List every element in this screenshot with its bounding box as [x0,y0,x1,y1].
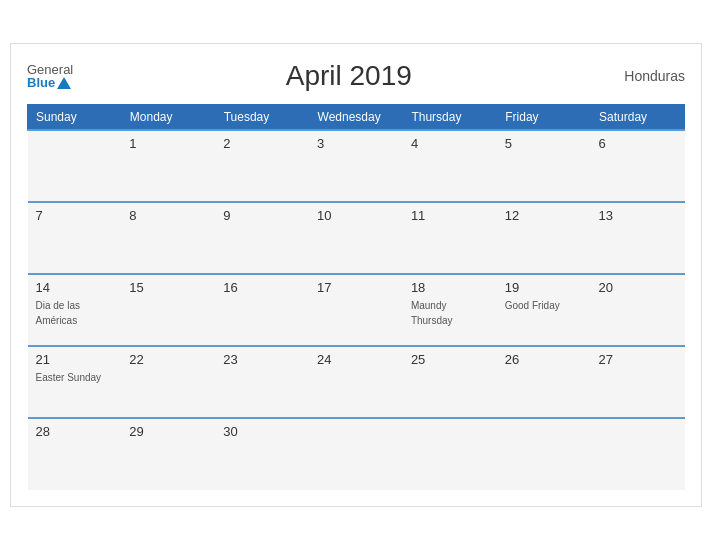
day-number-13: 13 [599,208,677,223]
calendar-cell-w2-d0: 14Dia de las Américas [28,274,122,346]
day-number-27: 27 [599,352,677,367]
day-number-6: 6 [599,136,677,151]
country-label: Honduras [624,68,685,84]
header-monday: Monday [121,105,215,131]
day-number-3: 3 [317,136,395,151]
day-number-1: 1 [129,136,207,151]
calendar-cell-w4-d1: 29 [121,418,215,490]
calendar-cell-w3-d0: 21Easter Sunday [28,346,122,418]
day-number-10: 10 [317,208,395,223]
holiday-text: Dia de las Américas [36,300,80,326]
day-number-5: 5 [505,136,583,151]
holiday-text: Maundy Thursday [411,300,453,326]
calendar-cell-w4-d3 [309,418,403,490]
day-number-15: 15 [129,280,207,295]
calendar-cell-w2-d1: 15 [121,274,215,346]
logo: General Blue [27,63,73,89]
logo-blue-text: Blue [27,76,73,89]
calendar-cell-w4-d2: 30 [215,418,309,490]
day-number-29: 29 [129,424,207,439]
day-number-22: 22 [129,352,207,367]
calendar-cell-w3-d1: 22 [121,346,215,418]
day-number-4: 4 [411,136,489,151]
day-number-12: 12 [505,208,583,223]
calendar-cell-w1-d4: 11 [403,202,497,274]
calendar-cell-w2-d3: 17 [309,274,403,346]
day-number-2: 2 [223,136,301,151]
calendar-cell-w0-d6: 6 [591,130,685,202]
calendar-cell-w1-d1: 8 [121,202,215,274]
weekday-header-row: Sunday Monday Tuesday Wednesday Thursday… [28,105,685,131]
calendar-cell-w4-d0: 28 [28,418,122,490]
day-number-30: 30 [223,424,301,439]
header-wednesday: Wednesday [309,105,403,131]
day-number-20: 20 [599,280,677,295]
calendar-cell-w1-d5: 12 [497,202,591,274]
calendar-cell-w0-d1: 1 [121,130,215,202]
calendar-cell-w2-d4: 18Maundy Thursday [403,274,497,346]
week-row-4: 282930 [28,418,685,490]
calendar-cell-w0-d5: 5 [497,130,591,202]
day-number-23: 23 [223,352,301,367]
calendar-cell-w2-d6: 20 [591,274,685,346]
calendar-cell-w1-d2: 9 [215,202,309,274]
calendar-cell-w0-d4: 4 [403,130,497,202]
day-number-28: 28 [36,424,114,439]
header-tuesday: Tuesday [215,105,309,131]
day-number-14: 14 [36,280,114,295]
holiday-text: Easter Sunday [36,372,102,383]
calendar-cell-w3-d5: 26 [497,346,591,418]
day-number-17: 17 [317,280,395,295]
header-friday: Friday [497,105,591,131]
holiday-text: Good Friday [505,300,560,311]
day-number-19: 19 [505,280,583,295]
calendar-cell-w3-d2: 23 [215,346,309,418]
calendar-cell-w0-d0 [28,130,122,202]
day-number-21: 21 [36,352,114,367]
day-number-18: 18 [411,280,489,295]
calendar-cell-w0-d2: 2 [215,130,309,202]
calendar-cell-w3-d3: 24 [309,346,403,418]
day-number-24: 24 [317,352,395,367]
calendar-header: General Blue April 2019 Honduras [27,60,685,92]
day-number-11: 11 [411,208,489,223]
calendar-cell-w3-d6: 27 [591,346,685,418]
header-saturday: Saturday [591,105,685,131]
day-number-7: 7 [36,208,114,223]
calendar-cell-w4-d6 [591,418,685,490]
day-number-25: 25 [411,352,489,367]
calendar-container: General Blue April 2019 Honduras Sunday … [10,43,702,507]
day-number-26: 26 [505,352,583,367]
day-number-16: 16 [223,280,301,295]
week-row-3: 21Easter Sunday222324252627 [28,346,685,418]
week-row-2: 14Dia de las Américas15161718Maundy Thur… [28,274,685,346]
calendar-cell-w1-d0: 7 [28,202,122,274]
calendar-cell-w1-d6: 13 [591,202,685,274]
calendar-cell-w3-d4: 25 [403,346,497,418]
logo-triangle-icon [57,77,71,89]
calendar-grid: Sunday Monday Tuesday Wednesday Thursday… [27,104,685,490]
calendar-cell-w2-d5: 19Good Friday [497,274,591,346]
calendar-cell-w0-d3: 3 [309,130,403,202]
header-thursday: Thursday [403,105,497,131]
day-number-8: 8 [129,208,207,223]
calendar-title: April 2019 [286,60,412,92]
calendar-cell-w2-d2: 16 [215,274,309,346]
calendar-cell-w4-d4 [403,418,497,490]
calendar-cell-w4-d5 [497,418,591,490]
day-number-9: 9 [223,208,301,223]
week-row-0: 123456 [28,130,685,202]
header-sunday: Sunday [28,105,122,131]
calendar-cell-w1-d3: 10 [309,202,403,274]
week-row-1: 78910111213 [28,202,685,274]
